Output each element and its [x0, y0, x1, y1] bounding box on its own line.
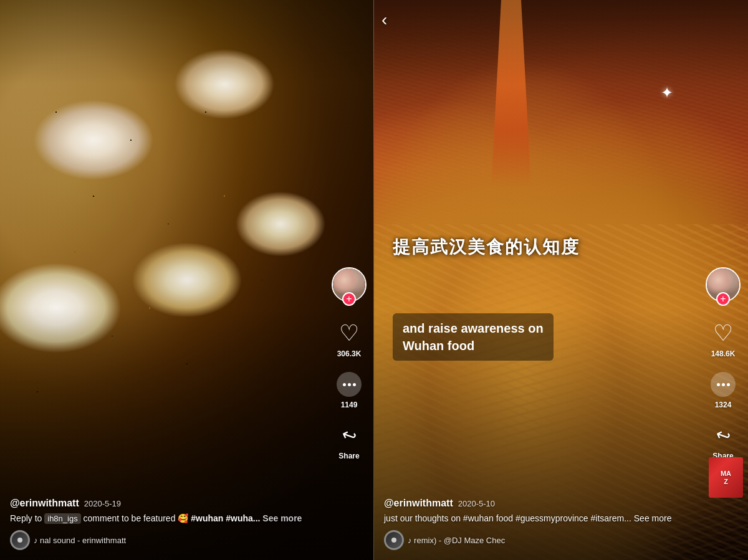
left-hashtag1[interactable]: #wuhan	[191, 513, 223, 523]
english-text-line2: Wuhan food	[403, 339, 474, 353]
sparkle-effect: ✦	[661, 84, 673, 102]
right-share-icon-wrap: ↪	[709, 422, 737, 449]
right-follow-button[interactable]: +	[716, 292, 730, 306]
right-dot-3	[727, 383, 730, 386]
left-like-count: 306.3K	[337, 349, 362, 358]
left-top-gradient	[0, 0, 374, 84]
left-hashtag2[interactable]: #wuha...	[226, 513, 260, 523]
left-sound-line: ♪ nal sound - erinwithmatt	[10, 530, 320, 550]
right-comment-icon-wrap	[709, 371, 737, 398]
left-music-disc-inner	[17, 538, 22, 543]
left-action-buttons: + ♡ 306.3K 1149	[332, 267, 367, 460]
right-dot-2	[722, 383, 725, 386]
right-video-panel: ‹ ✦ 提高武汉美食的认知度 and raise awareness on Wu…	[374, 0, 748, 560]
right-sound-line: ♪ remix) - @DJ Maze Chec	[384, 530, 694, 550]
right-heart-icon: ♡	[713, 322, 733, 344]
left-heart-icon: ♡	[339, 322, 359, 344]
left-video-panel: + ♡ 306.3K 1149	[0, 0, 374, 560]
right-sound-text[interactable]: ♪ remix) - @DJ Maze Chec	[408, 536, 505, 545]
left-dot-1	[343, 383, 346, 386]
left-username[interactable]: @erinwithmatt	[10, 498, 79, 509]
left-sound-text[interactable]: ♪ nal sound - erinwithmatt	[34, 536, 126, 545]
magazine-text: MAZ	[721, 470, 731, 485]
left-share-label: Share	[338, 452, 359, 460]
right-like-count: 148.6K	[711, 349, 736, 358]
left-like-button[interactable]: ♡ 306.3K	[335, 320, 363, 358]
chinese-text-overlay: 提高武汉美食的认知度	[393, 235, 580, 259]
right-comment-count: 1324	[715, 401, 732, 409]
right-dot-1	[717, 383, 720, 386]
right-date: 2020-5-10	[458, 499, 495, 508]
right-music-disc	[384, 530, 404, 550]
left-caption: Reply to ih8n_igs comment to be featured…	[10, 513, 320, 525]
left-comment-icon-wrap	[335, 371, 363, 398]
back-arrow-button[interactable]: ‹	[381, 10, 387, 30]
left-avatar-container[interactable]: +	[332, 267, 367, 302]
left-comment-dots	[343, 383, 356, 386]
right-action-buttons: + ♡ 148.6K 1324	[706, 267, 741, 460]
right-comment-button[interactable]: 1324	[709, 371, 737, 409]
right-comment-icon	[711, 372, 736, 397]
right-caption: just our thoughts on #wuhan food #guessm…	[384, 513, 694, 525]
left-caption-body: comment to be featured 🥰	[81, 513, 191, 523]
left-dot-3	[353, 383, 356, 386]
left-dot-2	[348, 383, 351, 386]
left-music-disc	[10, 530, 30, 550]
right-comment-dots	[717, 383, 730, 386]
right-like-button[interactable]: ♡ 148.6K	[709, 320, 737, 358]
left-comment-count: 1149	[341, 401, 358, 409]
right-user-line: @erinwithmatt 2020-5-10	[384, 498, 694, 509]
right-share-icon: ↪	[713, 424, 734, 448]
left-follow-button[interactable]: +	[342, 292, 356, 306]
left-date: 2020-5-19	[84, 499, 121, 508]
left-heart-icon-wrap: ♡	[335, 320, 363, 347]
left-see-more[interactable]: See more	[260, 513, 302, 523]
english-text-line1: and raise awareness on	[403, 321, 544, 335]
english-text-overlay: and raise awareness on Wuhan food	[393, 313, 554, 361]
left-share-icon-wrap: ↪	[335, 422, 363, 449]
left-user-line: @erinwithmatt 2020-5-19	[10, 498, 320, 509]
left-video-info: @erinwithmatt 2020-5-19 Reply to ih8n_ig…	[0, 488, 330, 560]
left-caption-reply: Reply to	[10, 513, 44, 523]
right-top-gradient	[374, 0, 748, 84]
right-avatar-container[interactable]: +	[706, 267, 741, 302]
panel-divider	[373, 0, 374, 560]
left-comment-button[interactable]: 1149	[335, 371, 363, 409]
left-share-button[interactable]: ↪ Share	[335, 422, 363, 460]
right-video-info: @erinwithmatt 2020-5-10 just our thought…	[374, 488, 704, 560]
left-comment-icon	[337, 372, 362, 397]
magazine-thumbnail[interactable]: MAZ	[709, 457, 743, 498]
left-ghost-tag[interactable]: ih8n_igs	[44, 513, 80, 524]
right-share-button[interactable]: ↪ Share	[709, 422, 737, 460]
right-music-disc-inner	[391, 538, 396, 543]
right-heart-icon-wrap: ♡	[709, 320, 737, 347]
left-share-icon: ↪	[339, 424, 360, 448]
right-username[interactable]: @erinwithmatt	[384, 498, 453, 509]
